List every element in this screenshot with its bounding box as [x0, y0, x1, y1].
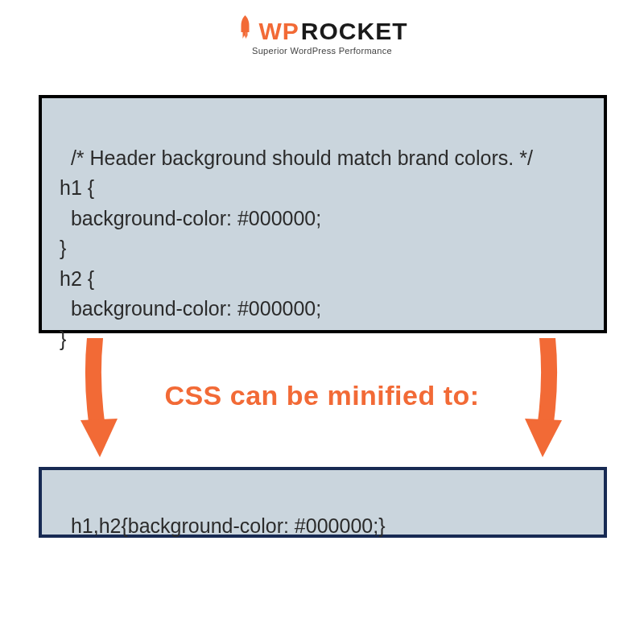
wp-rocket-logo: WP ROCKET Superior WordPress Performance [237, 14, 408, 56]
rocket-icon [237, 14, 254, 47]
code-before-text: /* Header background should match brand … [60, 147, 533, 350]
logo-text-wp: WP [259, 18, 299, 45]
code-after-text: h1,h2{background-color: #000000;} [71, 514, 386, 537]
logo-title: WP ROCKET [237, 14, 408, 47]
minify-caption: CSS can be minified to: [0, 380, 644, 411]
code-before-box: /* Header background should match brand … [39, 95, 607, 333]
logo-text-rocket: ROCKET [301, 18, 408, 45]
code-after-box: h1,h2{background-color: #000000;} [39, 467, 607, 538]
logo-tagline: Superior WordPress Performance [237, 46, 408, 56]
